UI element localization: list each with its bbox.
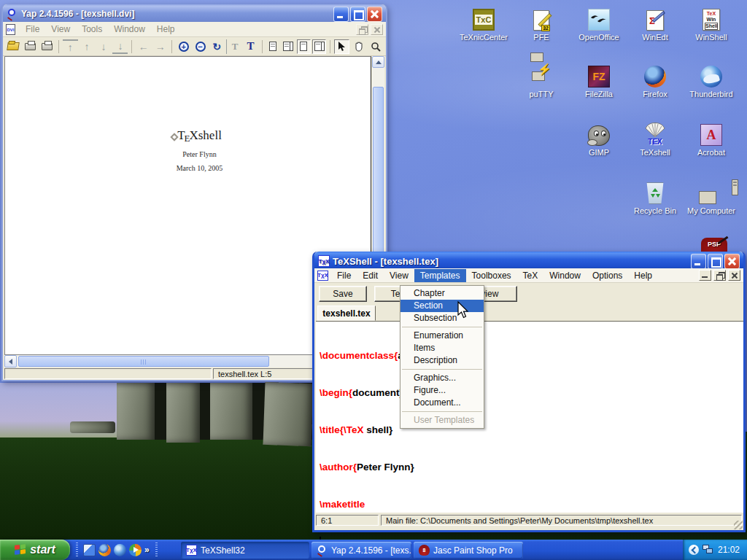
menu-edit[interactable]: Edit <box>357 269 384 282</box>
print-button[interactable] <box>23 39 38 54</box>
horizontal-scroll-thumb[interactable] <box>18 356 269 367</box>
quick-launch-expand-chevron[interactable]: » <box>144 545 150 555</box>
status-main-file: Main file: C:\Documents and Settings\Pet… <box>381 515 742 526</box>
menu-item-chapter[interactable]: Chapter <box>400 287 484 300</box>
menu-window[interactable]: Window <box>108 23 151 36</box>
menu-tex[interactable]: TeX <box>517 269 544 282</box>
start-button[interactable]: start <box>0 540 70 560</box>
desktop-icon-openoffice[interactable]: OpenOffice <box>570 4 627 42</box>
taskbar-button-paint-shop-pro[interactable]: 8 Jasc Paint Shop Pro <box>414 542 523 559</box>
menu-help[interactable]: Help <box>151 23 181 36</box>
desktop-icon-winedt[interactable]: Σ WinEdt <box>627 4 684 42</box>
mdi-minimize-button[interactable] <box>699 270 711 281</box>
refresh-button[interactable]: ↻ <box>209 39 225 54</box>
pointer-tool-button[interactable] <box>334 39 349 54</box>
desktop-icon-my-computer[interactable]: My Computer <box>683 178 740 215</box>
desktop-icon-pfe[interactable]: 32 PFE <box>513 4 570 42</box>
icon-label: FileZilla <box>570 90 627 98</box>
minimize-button[interactable] <box>691 254 706 269</box>
menu-templates[interactable]: Templates <box>414 269 466 282</box>
back-button[interactable]: ← <box>136 39 151 54</box>
mdi-restore-button[interactable] <box>713 270 726 281</box>
forward-button[interactable]: → <box>152 39 168 54</box>
print-setup-button[interactable] <box>39 39 55 54</box>
menu-view[interactable]: View <box>45 23 76 36</box>
scroll-up-button[interactable] <box>372 56 384 68</box>
maximize-button[interactable] <box>708 254 723 269</box>
fit-page-view-button[interactable] <box>312 39 326 54</box>
menu-toolboxes[interactable]: Toolboxes <box>466 269 517 282</box>
menu-options[interactable]: Options <box>587 269 628 282</box>
desktop-icon-texshell[interactable]: TEX TeXshell <box>627 120 684 157</box>
desktop-icon-thunderbird[interactable]: Thunderbird <box>683 61 740 98</box>
next-page-button[interactable]: ↓ <box>96 39 112 54</box>
yap-titlebar[interactable]: Yap 2.4.1596 - [texshell.dvi] <box>3 4 386 23</box>
hand-tool-button[interactable] <box>351 39 366 54</box>
mdi-close-button[interactable] <box>371 24 383 35</box>
menu-tools[interactable]: Tools <box>76 23 108 36</box>
fit-width-view-button[interactable] <box>297 39 311 54</box>
minimize-button[interactable] <box>333 7 349 22</box>
menu-separator <box>402 411 482 412</box>
save-button[interactable]: Save <box>319 286 367 302</box>
menu-item-user-templates[interactable]: User Templates <box>400 414 484 427</box>
firefox-quicklaunch-icon[interactable] <box>98 544 111 556</box>
last-page-button[interactable]: ↓ <box>112 39 128 54</box>
menu-file[interactable]: File <box>20 23 45 36</box>
show-desktop-icon[interactable] <box>83 544 96 556</box>
resize-grip[interactable] <box>734 521 743 529</box>
desktop-icon-acrobat[interactable]: A Acrobat <box>683 120 740 157</box>
menu-item-section[interactable]: Section <box>400 300 484 312</box>
single-page-view-button[interactable] <box>266 39 280 54</box>
toolbar-grip[interactable] <box>76 542 78 557</box>
close-button[interactable] <box>367 7 382 22</box>
zoom-in-button[interactable]: + <box>176 39 191 54</box>
menu-item-description[interactable]: Description <box>400 354 484 367</box>
start-label: start <box>30 543 55 556</box>
menu-item-document[interactable]: Document... <box>400 397 484 409</box>
desktop-icon-winshell[interactable]: TeX Win Shell WinShell <box>683 4 740 42</box>
menu-item-items[interactable]: Items <box>400 342 484 354</box>
taskbar-button-yap[interactable]: Yap 2.4.1596 - [texs... <box>311 542 411 559</box>
menu-item-subsection[interactable]: Subsection <box>400 312 484 324</box>
yap-toolbar: ↑ ↑ ↓ ↓ ← → + − ↻ T T <box>3 37 386 56</box>
desktop-icon-paint-shop-pro[interactable]: PSP <box>701 238 727 252</box>
menu-item-graphics[interactable]: Graphics... <box>400 372 484 384</box>
tab-texshell-tex[interactable]: texshell.tex <box>317 306 376 321</box>
scroll-left-button[interactable] <box>4 355 17 368</box>
menu-help[interactable]: Help <box>628 269 658 282</box>
menu-item-enumeration[interactable]: Enumeration <box>400 330 484 342</box>
close-button[interactable] <box>724 254 740 269</box>
zoom-out-button[interactable]: − <box>193 39 208 54</box>
menu-view[interactable]: View <box>384 269 414 282</box>
dvi-document-icon: DVI <box>6 24 15 35</box>
text-cursor-tool-button[interactable]: T <box>226 39 241 54</box>
menu-window[interactable]: Window <box>543 269 587 282</box>
continuous-view-button[interactable] <box>282 39 295 54</box>
magnifier-tool-button[interactable] <box>368 39 383 54</box>
desktop-icon-putty[interactable]: ⚡ puTTY <box>513 61 570 98</box>
desktop-icon-gimp[interactable]: GIMP <box>570 120 627 157</box>
text-tool-button[interactable]: T <box>243 39 258 54</box>
taskbar-button-texshell[interactable]: TχX TeXShell32 <box>181 542 309 559</box>
toolbar-grip[interactable] <box>155 542 158 557</box>
yap-menubar: DVI File View Tools Window Help <box>3 22 386 37</box>
desktop-icon-texniccenter[interactable]: TxC TeXnicCenter <box>455 4 512 42</box>
mdi-close-button[interactable] <box>728 270 740 281</box>
firefox-icon <box>644 66 666 88</box>
maximize-button[interactable] <box>350 7 365 22</box>
open-file-button[interactable] <box>6 39 21 54</box>
latex-editor[interactable]: \documentclass{article} \begin{document}… <box>316 321 743 513</box>
thunderbird-quicklaunch-icon[interactable] <box>114 544 126 556</box>
hide-icons-chevron[interactable] <box>689 545 699 555</box>
menu-file[interactable]: File <box>331 269 357 282</box>
desktop-icon-recycle-bin[interactable]: Recycle Bin <box>627 178 684 215</box>
previous-page-button[interactable]: ↑ <box>80 39 95 54</box>
mdi-restore-button[interactable] <box>356 24 368 35</box>
menu-item-figure[interactable]: Figure... <box>400 384 484 397</box>
first-page-button[interactable]: ↑ <box>63 39 78 54</box>
network-tray-icon[interactable] <box>703 545 714 555</box>
desktop-icon-filezilla[interactable]: FZ FileZilla <box>570 61 627 98</box>
desktop-icon-firefox[interactable]: Firefox <box>627 61 684 98</box>
media-player-quicklaunch-icon[interactable] <box>129 544 142 556</box>
